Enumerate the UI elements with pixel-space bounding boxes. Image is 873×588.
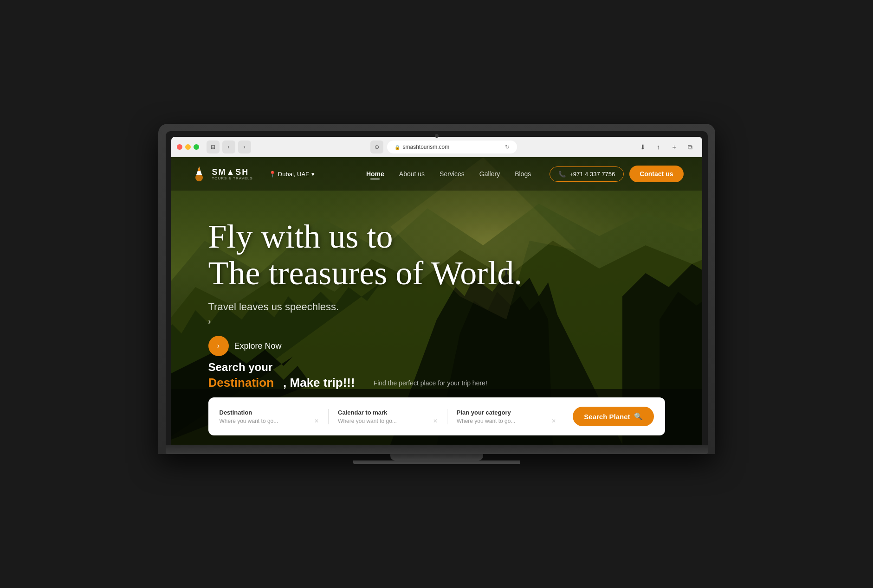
destination-field-label: Destination [220,409,319,416]
search-bar: Destination Where you want to go... ✕ Ca… [208,397,665,435]
hero-title: Fly with us to The treasures of World. [208,218,665,292]
macbook-stand [390,454,483,460]
new-tab-btn[interactable]: + [668,141,681,153]
nav-item-home[interactable]: Home [366,170,384,178]
calendar-clear-icon[interactable]: ✕ [433,418,438,424]
calendar-placeholder: Where you want to go... [338,418,397,424]
phone-number: +971 4 337 7756 [569,171,615,178]
location-text: Dubai, UAE [278,171,310,178]
share-btn[interactable]: ↑ [652,141,665,153]
category-field[interactable]: Plan your category Where you want to go.… [447,409,566,424]
location-selector[interactable]: 📍 Dubai, UAE ▾ [264,168,319,180]
search-description: Find the perfect place for your trip her… [374,379,487,387]
search-destination-label: Destination [208,376,274,390]
search-subtitle-row: Destination , Make trip!!! Find the perf… [208,376,665,390]
maximize-button[interactable] [194,144,199,150]
browser-nav-controls: ⊟ ‹ › [207,141,251,153]
nav-item-services[interactable]: Services [440,170,465,178]
browser-actions: ⬇ ↑ + ⧉ [636,141,697,153]
hero-content: Fly with us to The treasures of World. T… [171,191,702,375]
address-bar[interactable]: 🔒 smashtourism.com ↻ [387,141,517,153]
logo-brand-name: SM▲SH [212,168,253,176]
calendar-field-label: Calendar to mark [338,409,438,416]
logo-area: SM▲SH TOURS & TRAVELS [190,165,253,183]
logo-icon [190,165,208,183]
hero-subtitle: Travel leaves us speechless. [208,301,665,313]
screen-bezel: ⊟ ‹ › ⊙ 🔒 smashtourism.com ↻ ⬇ ↑ + [166,131,708,445]
nav-item-blogs[interactable]: Blogs [515,170,531,178]
destination-clear-icon[interactable]: ✕ [314,418,319,424]
address-bar-area: ⊙ 🔒 smashtourism.com ↻ [255,141,633,153]
category-field-label: Plan your category [457,409,556,416]
forward-btn[interactable]: › [238,141,251,153]
explore-circle-icon: › [208,336,229,356]
calendar-field-value: Where you want to go... ✕ [338,418,438,424]
search-section: Search your Destination , Make trip!!! F… [171,361,702,445]
search-planet-button[interactable]: Search Planet 🔍 [573,407,653,426]
refresh-btn[interactable]: ↻ [505,144,510,150]
location-pin-icon: 📍 [269,171,276,178]
contact-us-button[interactable]: Contact us [629,166,683,182]
explore-now-label: Explore Now [234,341,282,351]
calendar-field[interactable]: Calendar to mark Where you want to go...… [329,409,447,424]
location-dropdown-icon: ▾ [311,171,315,178]
traffic-lights [177,144,199,150]
macbook-bottom-bezel [166,445,708,454]
nav-item-about[interactable]: About us [399,170,425,178]
minimize-button[interactable] [185,144,191,150]
website-content: SM▲SH TOURS & TRAVELS 📍 Dubai, UAE ▾ Hom… [171,157,702,445]
lock-icon: 🔒 [394,145,400,150]
navbar: SM▲SH TOURS & TRAVELS 📍 Dubai, UAE ▾ Hom… [171,157,702,191]
logo-sub-text: TOURS & TRAVELS [212,176,253,180]
search-header: Search your Destination , Make trip!!! F… [208,361,665,390]
browser-chrome: ⊟ ‹ › ⊙ 🔒 smashtourism.com ↻ ⬇ ↑ + [171,137,702,157]
svg-marker-7 [198,166,200,171]
nav-item-gallery[interactable]: Gallery [479,170,500,178]
nav-links: Home About us Services Gallery Blogs [366,170,531,178]
destination-field[interactable]: Destination Where you want to go... ✕ [220,409,329,424]
url-text: smashtourism.com [403,144,450,150]
shield-btn[interactable]: ⊙ [370,141,383,153]
search-planet-label: Search Planet [584,413,630,421]
category-field-value: Where you want to go... ✕ [457,418,556,424]
nav-actions: 📞 +971 4 337 7756 Contact us [550,166,683,182]
sidebar-toggle-btn[interactable]: ⊟ [207,141,220,153]
macbook-base [353,460,520,464]
hero-title-line1: Fly with us to [208,218,393,255]
destination-field-value: Where you want to go... ✕ [220,418,319,424]
hero-section: SM▲SH TOURS & TRAVELS 📍 Dubai, UAE ▾ Hom… [171,157,702,445]
explore-now-button[interactable]: › Explore Now [208,336,665,356]
search-make-trip-text: , Make trip!!! [283,376,355,390]
camera-dot [435,134,439,138]
search-title: Search your [208,361,665,374]
search-planet-icon: 🔍 [634,412,643,421]
download-btn[interactable]: ⬇ [636,141,649,153]
logo-text-area: SM▲SH TOURS & TRAVELS [212,168,253,180]
phone-button[interactable]: 📞 +971 4 337 7756 [550,166,624,182]
macbook-body: ⊟ ‹ › ⊙ 🔒 smashtourism.com ↻ ⬇ ↑ + [158,124,715,454]
hero-title-line2: The treasures of World. [208,255,523,292]
macbook-frame: ⊟ ‹ › ⊙ 🔒 smashtourism.com ↻ ⬇ ↑ + [158,124,715,464]
back-btn[interactable]: ‹ [222,141,235,153]
tabs-btn[interactable]: ⧉ [684,141,697,153]
hero-arrow-icon: › [208,317,665,326]
category-clear-icon[interactable]: ✕ [551,418,556,424]
close-button[interactable] [177,144,182,150]
svg-point-5 [195,174,203,181]
destination-placeholder: Where you want to go... [220,418,278,424]
category-placeholder: Where you want to go... [457,418,516,424]
phone-icon: 📞 [558,171,566,178]
